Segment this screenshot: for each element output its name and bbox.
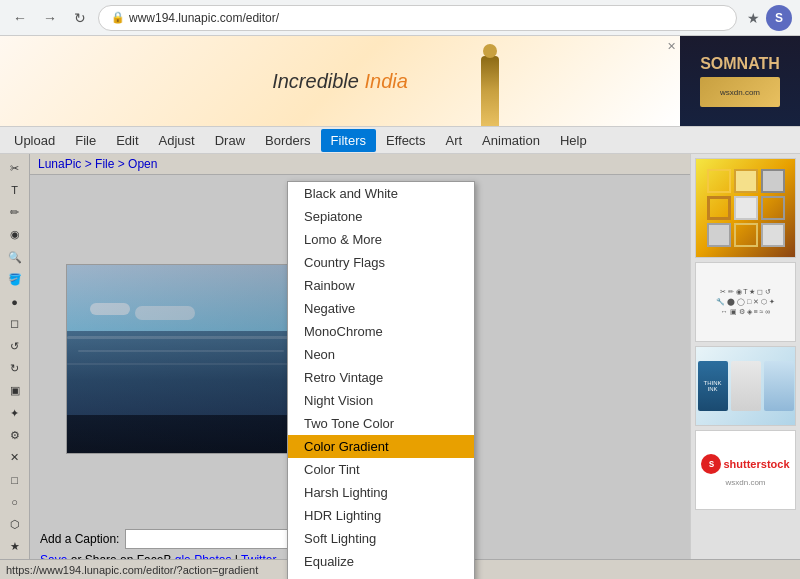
ad-india[interactable]: ✕ Incredible India: [0, 36, 680, 126]
ad-bar: ✕ Incredible India SOMNATH wsxdn.com: [0, 36, 800, 126]
address-bar[interactable]: 🔒 www194.lunapic.com/editor/: [98, 5, 737, 31]
nav-effects[interactable]: Effects: [376, 129, 436, 152]
nav-draw[interactable]: Draw: [205, 129, 255, 152]
breadcrumb-file[interactable]: File: [95, 157, 114, 171]
lock-icon: 🔒: [111, 11, 125, 24]
tool-zoom[interactable]: 🔍: [4, 247, 26, 267]
filter-item-flags[interactable]: Country Flags: [288, 251, 474, 274]
nav-menu: Upload File Edit Adjust Draw Borders Fil…: [0, 126, 800, 154]
tool-brush[interactable]: ●: [4, 292, 26, 312]
nav-filters[interactable]: Filters: [321, 129, 376, 152]
tool-ellipse[interactable]: ○: [4, 492, 26, 512]
filter-item-negative[interactable]: Negative: [288, 297, 474, 320]
tool-effect[interactable]: ★: [4, 537, 26, 557]
filters-menu: Black and WhiteSepiatoneLomo & MoreCount…: [287, 181, 475, 579]
filter-item-lomo[interactable]: Lomo & More: [288, 228, 474, 251]
nav-borders[interactable]: Borders: [255, 129, 321, 152]
sidebar-ad-3[interactable]: THINKINK: [695, 346, 796, 426]
filter-item-tint[interactable]: Color Tint: [288, 458, 474, 481]
filter-item-gradient[interactable]: Color Gradient: [288, 435, 474, 458]
bookmark-icon[interactable]: ★: [747, 10, 760, 26]
left-toolbar: ✂ T ✏ ◉ 🔍 🪣 ● ◻ ↺ ↻ ▣ ✦ ⚙ ✕ □ ○ ⬡ ★ ↔: [0, 154, 30, 579]
filter-item-soft[interactable]: Soft Lighting: [288, 527, 474, 550]
filter-item-twotone[interactable]: Two Tone Color: [288, 412, 474, 435]
shutterstock-label: shutterstock: [723, 458, 789, 470]
breadcrumb: LunaPic > File > Open: [30, 154, 690, 175]
back-button[interactable]: ←: [8, 6, 32, 30]
nav-upload[interactable]: Upload: [4, 129, 65, 152]
nav-edit[interactable]: Edit: [106, 129, 148, 152]
filter-item-monochrome[interactable]: MonoChrome: [288, 320, 474, 343]
wsxdn-label: wsxdn.com: [725, 478, 765, 487]
sidebar-ad-1[interactable]: [695, 158, 796, 258]
filter-item-nightvision[interactable]: Night Vision: [288, 389, 474, 412]
nav-wrapper: Upload File Edit Adjust Draw Borders Fil…: [0, 126, 800, 154]
tool-circle-select[interactable]: ◉: [4, 225, 26, 245]
nav-art[interactable]: Art: [435, 129, 472, 152]
ad-india-text: Incredible India: [272, 70, 408, 92]
filter-item-median[interactable]: Median: [288, 573, 474, 579]
forward-button[interactable]: →: [38, 6, 62, 30]
sidebar-ad-4[interactable]: s shutterstock wsxdn.com: [695, 430, 796, 510]
breadcrumb-open: Open: [128, 157, 157, 171]
sidebar-ad-2[interactable]: ✂ ✏ ◉ T ★ ◻ ↺ 🔧 ⬤ ◯ □ ✕ ⬡ ✦ ↔ ▣ ⚙ ◈ ≡ ≈ …: [695, 262, 796, 342]
address-text: www194.lunapic.com/editor/: [129, 11, 279, 25]
ad-somnath-label: SOMNATH: [700, 55, 780, 73]
tool-undo[interactable]: ↺: [4, 336, 26, 356]
nav-file[interactable]: File: [65, 129, 106, 152]
filter-item-harsh[interactable]: Harsh Lighting: [288, 481, 474, 504]
filter-item-rainbow[interactable]: Rainbow: [288, 274, 474, 297]
nav-help[interactable]: Help: [550, 129, 597, 152]
tool-star[interactable]: ✦: [4, 403, 26, 423]
breadcrumb-lunapic[interactable]: LunaPic: [38, 157, 81, 171]
filter-item-equalize[interactable]: Equalize: [288, 550, 474, 573]
tool-settings[interactable]: ⚙: [4, 425, 26, 445]
nav-adjust[interactable]: Adjust: [149, 129, 205, 152]
tool-text[interactable]: T: [4, 180, 26, 200]
status-url: https://www194.lunapic.com/editor/?actio…: [6, 564, 258, 576]
filter-item-bw[interactable]: Black and White: [288, 182, 474, 205]
tool-close[interactable]: ✕: [4, 447, 26, 467]
tool-polygon[interactable]: ⬡: [4, 514, 26, 534]
tool-rect[interactable]: ◻: [4, 314, 26, 334]
refresh-button[interactable]: ↻: [68, 6, 92, 30]
tool-square[interactable]: □: [4, 470, 26, 490]
nav-animation[interactable]: Animation: [472, 129, 550, 152]
filter-item-hdr[interactable]: HDR Lighting: [288, 504, 474, 527]
tool-select[interactable]: ✂: [4, 158, 26, 178]
caption-label: Add a Caption:: [40, 532, 119, 546]
profile-button[interactable]: S: [766, 5, 792, 31]
ad-somnath-sub: wsxdn.com: [720, 88, 760, 97]
tool-redo[interactable]: ↻: [4, 358, 26, 378]
tool-pencil[interactable]: ✏: [4, 203, 26, 223]
filter-item-sepia[interactable]: Sepiatone: [288, 205, 474, 228]
ad-somnath[interactable]: SOMNATH wsxdn.com: [680, 36, 800, 126]
tool-fill[interactable]: 🪣: [4, 269, 26, 289]
tool-frame[interactable]: ▣: [4, 381, 26, 401]
filter-item-retro[interactable]: Retro Vintage: [288, 366, 474, 389]
filter-item-neon[interactable]: Neon: [288, 343, 474, 366]
browser-bar: ← → ↻ 🔒 www194.lunapic.com/editor/ ★ S: [0, 0, 800, 36]
right-sidebar: ✂ ✏ ◉ T ★ ◻ ↺ 🔧 ⬤ ◯ □ ✕ ⬡ ✦ ↔ ▣ ⚙ ◈ ≡ ≈ …: [690, 154, 800, 579]
